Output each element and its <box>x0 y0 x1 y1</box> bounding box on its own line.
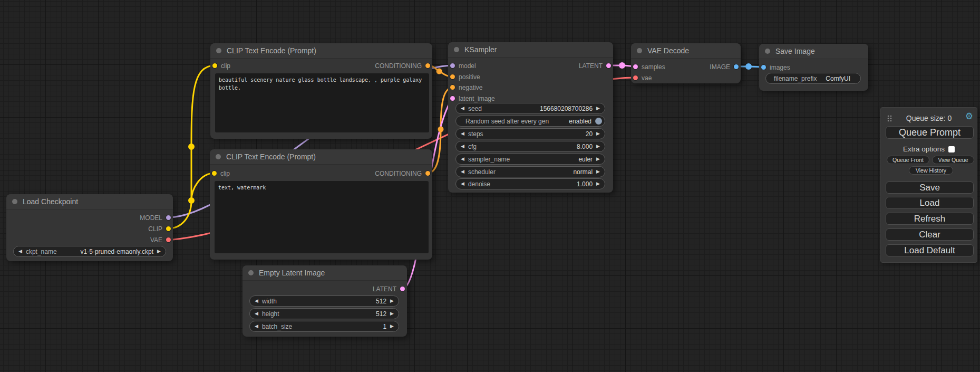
conditioning-slot-dot[interactable] <box>425 171 430 176</box>
latent-slot-dot[interactable] <box>400 287 405 291</box>
clip-slot-dot[interactable] <box>212 171 217 176</box>
gear-icon[interactable]: ⚙ <box>965 112 973 121</box>
sampler-name-widget[interactable]: ◀ sampler_name euler ▶ <box>455 154 605 165</box>
node-clip-text-encode-negative[interactable]: CLIP Text Encode (Prompt) clip CONDITION… <box>210 149 432 260</box>
node-title-bar[interactable]: Load Checkpoint <box>6 194 173 209</box>
output-slot-conditioning[interactable]: CONDITIONING <box>375 61 430 70</box>
decrement-arrow-icon[interactable]: ◀ <box>255 324 258 329</box>
cfg-widget[interactable]: ◀ cfg 8.000 ▶ <box>455 141 605 152</box>
increment-arrow-icon[interactable]: ▶ <box>596 157 600 161</box>
node-empty-latent-image[interactable]: Empty Latent Image LATENT ◀ width 512 ▶ … <box>242 265 407 337</box>
node-title-bar[interactable]: Empty Latent Image <box>242 265 407 281</box>
queue-prompt-button[interactable]: Queue Prompt <box>886 126 974 139</box>
input-slot-positive[interactable]: positive <box>450 72 480 81</box>
node-ksampler[interactable]: KSampler model positive negative latent_… <box>448 42 613 193</box>
seed-widget[interactable]: ◀ seed 156680208700286 ▶ <box>455 103 605 114</box>
image-slot-dot[interactable] <box>761 65 766 70</box>
input-slot-images[interactable]: images <box>761 63 790 72</box>
input-slot-clip[interactable]: clip <box>212 169 230 178</box>
output-slot-model[interactable]: MODEL <box>140 213 171 222</box>
decrement-arrow-icon[interactable]: ◀ <box>461 144 464 149</box>
node-load-checkpoint[interactable]: Load Checkpoint MODEL CLIP VAE ◀ ckpt_na… <box>6 194 173 261</box>
vae-slot-dot[interactable] <box>166 237 171 242</box>
input-slot-model[interactable]: model <box>450 61 476 70</box>
increment-arrow-icon[interactable]: ▶ <box>596 106 600 111</box>
input-slot-negative[interactable]: negative <box>450 83 482 92</box>
collapse-dot-icon[interactable] <box>637 48 642 53</box>
reroute-dot-latent[interactable] <box>619 62 625 69</box>
image-slot-dot[interactable] <box>734 64 739 69</box>
reroute-dot-clip-upper[interactable] <box>188 144 195 150</box>
filename-prefix-widget[interactable]: filename_prefix ComfyUI <box>765 73 861 84</box>
output-slot-clip[interactable]: CLIP <box>148 224 171 233</box>
model-slot-dot[interactable] <box>450 63 455 68</box>
collapse-dot-icon[interactable] <box>765 49 770 54</box>
increment-arrow-icon[interactable]: ▶ <box>596 131 600 136</box>
steps-widget[interactable]: ◀ steps 20 ▶ <box>455 128 605 139</box>
height-widget[interactable]: ◀ height 512 ▶ <box>249 308 399 319</box>
increment-arrow-icon[interactable]: ▶ <box>157 249 161 254</box>
ckpt-name-widget[interactable]: ◀ ckpt_name v1-5-pruned-emaonly.ckpt ▶ <box>13 246 166 257</box>
node-clip-text-encode-positive[interactable]: CLIP Text Encode (Prompt) clip CONDITION… <box>210 43 432 139</box>
decrement-arrow-icon[interactable]: ◀ <box>461 106 464 111</box>
increment-arrow-icon[interactable]: ▶ <box>390 299 394 303</box>
decrement-arrow-icon[interactable]: ◀ <box>461 182 464 186</box>
model-slot-dot[interactable] <box>166 215 171 220</box>
node-title-bar[interactable]: KSampler <box>448 42 613 58</box>
reroute-dot-positive[interactable] <box>436 69 442 74</box>
output-slot-conditioning[interactable]: CONDITIONING <box>375 169 430 178</box>
increment-arrow-icon[interactable]: ▶ <box>596 169 600 174</box>
node-save-image[interactable]: Save Image images filename_prefix ComfyU… <box>759 44 868 91</box>
node-title-bar[interactable]: Save Image <box>759 44 868 59</box>
load-button[interactable]: Load <box>886 197 974 209</box>
queue-front-button[interactable]: Queue Front <box>887 156 929 164</box>
reroute-dot-negative[interactable] <box>438 127 444 132</box>
conditioning-slot-dot[interactable] <box>450 85 455 90</box>
clip-slot-dot[interactable] <box>166 226 171 231</box>
increment-arrow-icon[interactable]: ▶ <box>596 144 600 149</box>
latent-slot-dot[interactable] <box>633 64 638 69</box>
input-slot-samples[interactable]: samples <box>633 62 665 71</box>
input-slot-latent-image[interactable]: latent_image <box>450 94 495 103</box>
latent-slot-dot[interactable] <box>450 96 455 101</box>
node-title-bar[interactable]: CLIP Text Encode (Prompt) <box>210 43 432 59</box>
reroute-dot-image[interactable] <box>745 63 752 70</box>
latent-slot-dot[interactable] <box>606 63 611 68</box>
denoise-widget[interactable]: ◀ denoise 1.000 ▶ <box>455 178 605 189</box>
batch-size-widget[interactable]: ◀ batch_size 1 ▶ <box>249 321 399 332</box>
decrement-arrow-icon[interactable]: ◀ <box>461 131 464 136</box>
output-slot-latent[interactable]: LATENT <box>373 284 405 293</box>
decrement-arrow-icon[interactable]: ◀ <box>255 299 258 303</box>
increment-arrow-icon[interactable]: ▶ <box>596 182 600 186</box>
decrement-arrow-icon[interactable]: ◀ <box>461 169 464 174</box>
increment-arrow-icon[interactable]: ▶ <box>390 324 394 329</box>
output-slot-vae[interactable]: VAE <box>150 235 171 244</box>
clip-slot-dot[interactable] <box>212 63 217 68</box>
conditioning-slot-dot[interactable] <box>450 74 455 79</box>
reroute-dot-clip-lower[interactable] <box>188 197 195 204</box>
node-vae-decode[interactable]: VAE Decode samples vae IMAGE <box>631 43 741 83</box>
input-slot-vae[interactable]: vae <box>633 73 652 82</box>
output-slot-image[interactable]: IMAGE <box>710 62 739 71</box>
input-slot-clip[interactable]: clip <box>212 61 230 70</box>
random-seed-toggle-widget[interactable]: Random seed after every gen enabled <box>455 116 605 127</box>
output-slot-latent[interactable]: LATENT <box>579 61 611 70</box>
vae-slot-dot[interactable] <box>633 75 638 80</box>
node-title-bar[interactable]: VAE Decode <box>631 43 741 59</box>
view-history-button[interactable]: View History <box>909 166 953 175</box>
save-button[interactable]: Save <box>886 182 974 194</box>
collapse-dot-icon[interactable] <box>216 154 221 159</box>
view-queue-button[interactable]: View Queue <box>932 156 974 164</box>
extra-options-checkbox[interactable] <box>948 146 955 152</box>
increment-arrow-icon[interactable]: ▶ <box>390 311 394 316</box>
collapse-dot-icon[interactable] <box>216 48 221 53</box>
positive-prompt-textarea[interactable]: beautiful scenery nature glass bottle la… <box>215 73 429 132</box>
negative-prompt-textarea[interactable]: text, watermark <box>215 181 429 253</box>
conditioning-slot-dot[interactable] <box>425 63 430 68</box>
scheduler-widget[interactable]: ◀ scheduler normal ▶ <box>455 166 605 177</box>
decrement-arrow-icon[interactable]: ◀ <box>461 157 464 161</box>
node-graph-canvas[interactable]: Load Checkpoint MODEL CLIP VAE ◀ ckpt_na… <box>0 0 980 372</box>
node-title-bar[interactable]: CLIP Text Encode (Prompt) <box>210 149 432 165</box>
collapse-dot-icon[interactable] <box>248 270 254 275</box>
width-widget[interactable]: ◀ width 512 ▶ <box>249 295 399 307</box>
